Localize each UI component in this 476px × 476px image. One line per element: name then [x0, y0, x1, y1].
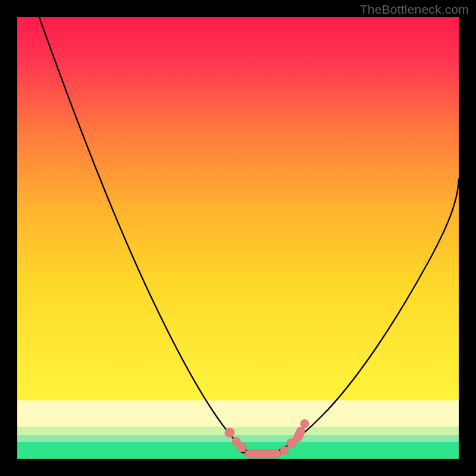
- plot-area: [17, 17, 459, 459]
- chart-svg: [0, 0, 476, 476]
- svg-point-5: [280, 446, 289, 455]
- svg-rect-4: [245, 450, 281, 458]
- svg-point-1: [225, 428, 234, 437]
- bg-gradient: [17, 17, 459, 400]
- bg-band-lightgreen: [17, 427, 459, 435]
- chart-stage: TheBottleneck.com: [0, 0, 476, 476]
- svg-point-8: [300, 419, 309, 428]
- watermark-text: TheBottleneck.com: [360, 2, 469, 17]
- svg-point-3: [237, 443, 246, 452]
- bg-band-paleyellow: [17, 400, 459, 427]
